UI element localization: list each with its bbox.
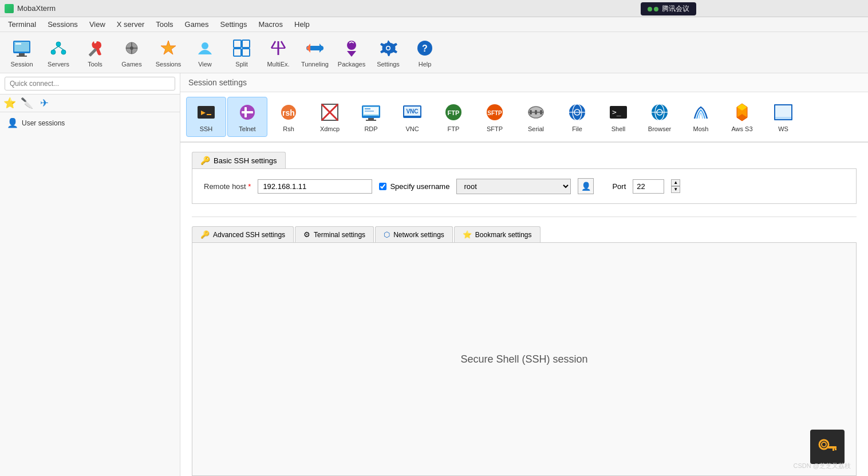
app-logo [5, 4, 14, 13]
vnc-icon: VNC [401, 101, 423, 123]
menu-xserver[interactable]: X server [111, 18, 150, 30]
svg-rect-78 [775, 117, 791, 119]
sidebar-knife-btn[interactable]: 🔪 [19, 96, 34, 111]
port-spin-up[interactable]: ▲ [671, 179, 680, 186]
xdmcp-icon [319, 101, 341, 123]
ssh-session-text: Secure Shell (SSH) session [460, 353, 587, 365]
svg-rect-19 [234, 49, 241, 56]
tab-network-settings[interactable]: ⬡ Network settings [375, 226, 453, 242]
ws-icon [772, 101, 794, 123]
toolbar-sessions-star[interactable]: Sessions [151, 35, 186, 70]
username-select[interactable]: root [456, 179, 571, 194]
quick-connect-input[interactable] [5, 77, 175, 91]
session-type-vnc[interactable]: VNC VNC [392, 97, 432, 137]
tab-bookmark-settings[interactable]: ⭐ Bookmark settings [454, 226, 540, 242]
session-type-awss3[interactable]: Aws S3 [722, 97, 762, 137]
toolbar-servers[interactable]: Servers [41, 35, 76, 70]
tunneling-icon [305, 38, 325, 58]
toolbar-tunneling[interactable]: Tunneling [298, 35, 332, 70]
svg-rect-2 [17, 56, 27, 57]
svg-point-58 [530, 112, 532, 115]
tools-icon [85, 38, 105, 58]
multiex-icon [268, 38, 289, 58]
svg-text:?: ? [422, 44, 428, 53]
menu-sessions[interactable]: Sessions [42, 18, 84, 30]
ssh-label: SSH [200, 125, 213, 132]
session-type-sftp[interactable]: SFTP SFTP [475, 97, 515, 137]
menu-macros[interactable]: Macros [252, 18, 289, 30]
session-panel-title: Session settings [188, 78, 247, 87]
session-type-ssh[interactable]: SSH [186, 97, 226, 137]
toolbar-split[interactable]: Split [224, 35, 259, 70]
session-type-serial[interactable]: Serial [516, 97, 556, 137]
menu-terminal[interactable]: Terminal [2, 18, 42, 30]
toolbar-tools[interactable]: Tools [78, 35, 112, 70]
basic-ssh-tab[interactable]: 🔑 Basic SSH settings [192, 152, 286, 168]
svg-point-62 [540, 112, 542, 115]
sidebar-send-btn[interactable]: ✈ [37, 96, 52, 111]
network-settings-label: Network settings [393, 231, 444, 239]
toolbar-packages[interactable]: Packages [334, 35, 369, 70]
remote-host-input[interactable] [258, 179, 372, 194]
menu-settings[interactable]: Settings [215, 18, 253, 30]
file-icon [566, 101, 588, 123]
rsh-icon: rsh [278, 101, 299, 123]
toolbar-multiex[interactable]: MultiEx. [261, 35, 295, 70]
browser-icon [649, 101, 670, 123]
toolbar-games[interactable]: Games [115, 35, 149, 70]
ws-label: WS [778, 125, 788, 132]
session-type-file[interactable]: File [557, 97, 597, 137]
toolbar-settings[interactable]: Settings [371, 35, 405, 70]
sidebar-toolbar: ⭐ 🔪 ✈ [0, 95, 180, 112]
svg-rect-30 [198, 106, 215, 119]
session-type-ws[interactable]: WS [763, 97, 803, 137]
tab-advanced-ssh[interactable]: 🔑 Advanced SSH settings [192, 226, 294, 242]
main-toolbar: Session Servers Tools [0, 32, 868, 73]
svg-point-57 [530, 110, 532, 112]
tencent-dots [648, 7, 658, 11]
tencent-label: 腾讯会议 [662, 4, 689, 14]
session-type-rdp[interactable]: RDP [351, 97, 391, 137]
tab-terminal-settings[interactable]: ⚙ Terminal settings [295, 226, 374, 242]
svg-point-5 [56, 42, 61, 46]
sidebar-section: 👤 User sessions [0, 112, 180, 133]
svg-rect-47 [365, 111, 374, 112]
svg-point-16 [202, 42, 208, 49]
ssh-settings-box: Remote host * Specify username root 👤 Po… [192, 168, 857, 204]
sidebar-star-btn[interactable]: ⭐ [2, 96, 17, 111]
port-input[interactable] [633, 179, 664, 194]
svg-point-7 [61, 50, 66, 54]
user-icon-btn[interactable]: 👤 [578, 178, 594, 194]
app-title: MobaXterm [17, 4, 56, 13]
session-type-shell[interactable]: >_ Shell [598, 97, 638, 137]
xdmcp-label: Xdmcp [320, 125, 340, 132]
svg-text:VNC: VNC [406, 108, 418, 115]
main-container: ⭐ 🔪 ✈ 👤 User sessions Session settings [0, 73, 868, 476]
tunneling-label: Tunneling [301, 61, 329, 68]
port-label: Port [612, 182, 626, 191]
toolbar-view[interactable]: View [188, 35, 222, 70]
menu-tools[interactable]: Tools [150, 18, 179, 30]
svg-text:rsh: rsh [282, 108, 295, 117]
toolbar-help[interactable]: ? Help [408, 35, 442, 70]
menu-games[interactable]: Games [179, 18, 215, 30]
toolbar-session[interactable]: Session [5, 35, 39, 70]
menu-view[interactable]: View [84, 18, 111, 30]
session-type-xdmcp[interactable]: Xdmcp [310, 97, 350, 137]
svg-point-61 [540, 110, 542, 112]
svg-point-27 [387, 46, 390, 49]
svg-rect-4 [15, 43, 21, 45]
session-type-mosh[interactable]: Mosh [681, 97, 721, 137]
menu-help[interactable]: Help [289, 18, 315, 30]
basic-ssh-tab-container: 🔑 Basic SSH settings Remote host * Speci… [180, 143, 868, 210]
telnet-icon [236, 101, 258, 123]
help-icon: ? [415, 38, 435, 58]
session-type-ftp[interactable]: FTP FTP [433, 97, 474, 137]
session-type-rsh[interactable]: rsh Rsh [269, 97, 309, 137]
shell-label: Shell [611, 125, 625, 132]
title-bar: MobaXterm 腾讯会议 [0, 0, 868, 17]
session-type-browser[interactable]: Browser [640, 97, 680, 137]
port-spin-down[interactable]: ▼ [671, 186, 680, 193]
session-type-telnet[interactable]: Telnet [227, 97, 267, 137]
specify-username-checkbox[interactable] [379, 183, 386, 190]
